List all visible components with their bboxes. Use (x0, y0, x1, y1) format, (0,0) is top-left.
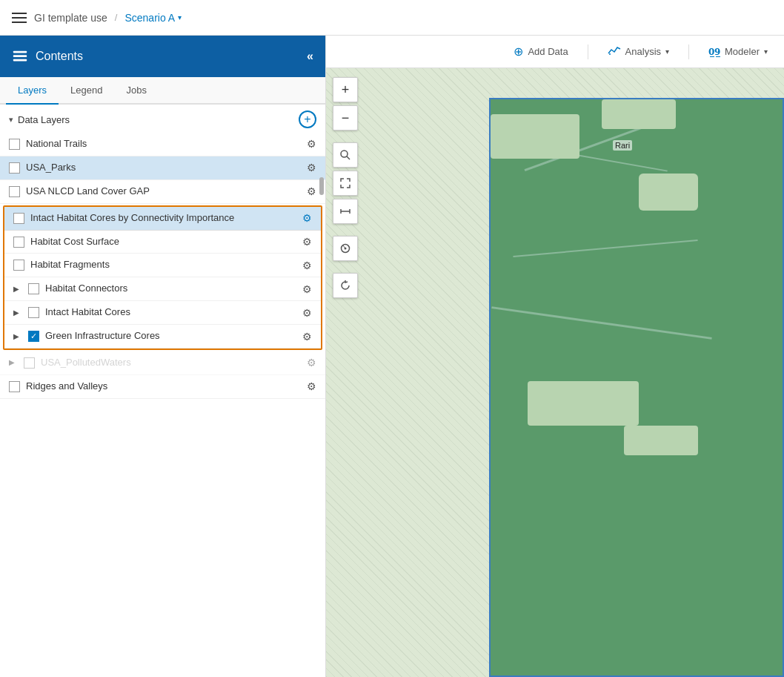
breadcrumb-sep: / (115, 12, 118, 23)
usa-polluted-expand-arrow[interactable]: ▶ (9, 358, 18, 367)
layer-item-ridges-valleys[interactable]: Ridges and Valleys ⚙ (0, 375, 325, 399)
svg-rect-2 (13, 59, 27, 62)
layer-checkbox-intact-habitat-cores2[interactable] (28, 307, 39, 318)
layer-name-intact-habitat-cores2: Intact Habitat Cores (45, 306, 296, 319)
measure-button[interactable] (333, 199, 358, 224)
map-clearing-2 (602, 99, 676, 129)
top-bar: GI template use / Scenario A ▾ (0, 0, 784, 36)
layer-name-ridges-valleys: Ridges and Valleys (26, 380, 301, 393)
layer-name-national-trails: National Trails (26, 138, 301, 151)
layers-stack-icon (12, 48, 28, 65)
contents-label: Contents (36, 50, 83, 63)
map-clearing-1 (491, 114, 579, 159)
tab-jobs[interactable]: Jobs (114, 77, 158, 105)
layer-settings-green-infra-cores[interactable]: ⚙ (302, 331, 312, 343)
scenario-dropdown[interactable]: Scenario A ▾ (124, 12, 182, 24)
layer-item-intact-habitat-cores[interactable]: Intact Habitat Cores by Connectivity Imp… (4, 207, 321, 231)
layer-checkbox-habitat-fragments[interactable] (13, 260, 24, 271)
zoom-in-button[interactable]: + (333, 77, 358, 102)
search-map-button[interactable] (333, 142, 358, 168)
layer-settings-national-trails[interactable]: ⚙ (307, 138, 316, 150)
map-clearing-4 (528, 381, 639, 426)
layer-settings-habitat-fragments[interactable]: ⚙ (302, 260, 312, 271)
layer-settings-usa-parks[interactable]: ⚙ (307, 162, 316, 174)
add-data-button[interactable]: ⊕ Add Data (509, 42, 572, 62)
analysis-icon (608, 44, 621, 59)
main-layout: Contents « Layers Legend Jobs ▾ Data Lay… (0, 36, 784, 677)
svg-rect-1 (13, 55, 27, 57)
modeler-icon: 0̲9̲ (708, 47, 720, 57)
contents-header: Contents « (0, 36, 325, 77)
map-controls: + − (326, 68, 365, 677)
zoom-out-button[interactable]: − (333, 105, 358, 131)
layer-checkbox-habitat-connectors[interactable] (28, 283, 39, 294)
refresh-button[interactable] (333, 273, 358, 298)
layer-name-intact-habitat-cores: Intact Habitat Cores by Connectivity Imp… (30, 212, 296, 225)
svg-line-11 (343, 245, 345, 248)
layer-settings-usa-nlcd[interactable]: ⚙ (307, 185, 316, 197)
data-layers-expand-arrow[interactable]: ▾ (9, 115, 13, 125)
layer-item-usa-polluted-waters[interactable]: ▶ USA_PollutedWaters ⚙ (0, 351, 325, 375)
layer-checkbox-usa-parks[interactable] (9, 162, 20, 174)
layer-item-green-infra-cores[interactable]: ▶ ✓ Green Infrastructure Cores ⚙ (4, 325, 321, 349)
layer-item-usa-parks[interactable]: USA_Parks ⚙ (0, 156, 325, 180)
add-data-icon: ⊕ (514, 44, 523, 59)
layer-checkbox-ridges-valleys[interactable] (9, 381, 20, 392)
layer-checkbox-intact-habitat-cores[interactable] (13, 213, 24, 224)
layer-settings-intact-habitat-cores2[interactable]: ⚙ (302, 307, 312, 319)
modeler-button[interactable]: 0̲9̲ Modeler ▾ (704, 43, 772, 60)
collapse-sidebar-button[interactable]: « (307, 50, 313, 63)
layer-settings-intact-habitat-cores[interactable]: ⚙ (302, 212, 312, 224)
toolbar-separator-1 (588, 44, 588, 59)
map-area: ⊕ Add Data Analysis ▾ 0̲9̲ Modeler ▾ (326, 36, 784, 677)
map-toolbar: ⊕ Add Data Analysis ▾ 0̲9̲ Modeler ▾ (326, 36, 784, 68)
layer-name-usa-polluted-waters: USA_PollutedWaters (41, 357, 301, 369)
map-clearing-3 (639, 174, 698, 211)
toolbar-separator-2 (688, 44, 689, 59)
habitat-connectors-expand-arrow[interactable]: ▶ (13, 285, 22, 294)
map-inner-area: Rari (489, 98, 784, 677)
map-container[interactable]: Rari + − (326, 68, 784, 677)
layer-item-intact-habitat-cores2[interactable]: ▶ Intact Habitat Cores ⚙ (4, 301, 321, 325)
svg-point-4 (341, 151, 348, 157)
layer-item-habitat-cost[interactable]: Habitat Cost Surface ⚙ (4, 231, 321, 254)
analysis-button[interactable]: Analysis ▾ (603, 42, 674, 62)
orange-selection-group: Intact Habitat Cores by Connectivity Imp… (3, 205, 322, 350)
speed-button[interactable] (333, 236, 358, 261)
contents-title: Contents (12, 48, 83, 65)
hamburger-menu[interactable] (12, 13, 27, 23)
tab-legend[interactable]: Legend (59, 77, 114, 105)
layers-panel: ▾ Data Layers + National Trails ⚙ USA_Pa… (0, 105, 325, 677)
layer-checkbox-green-infra-cores[interactable]: ✓ (28, 331, 39, 342)
add-layer-button[interactable]: + (299, 110, 316, 128)
tab-layers[interactable]: Layers (6, 77, 59, 105)
layer-item-usa-nlcd[interactable]: USA NLCD Land Cover GAP ⚙ (0, 180, 325, 204)
layer-name-usa-nlcd: USA NLCD Land Cover GAP (26, 185, 301, 198)
layer-name-habitat-connectors: Habitat Connectors (45, 283, 296, 295)
layer-settings-habitat-cost[interactable]: ⚙ (302, 236, 312, 248)
layer-checkbox-usa-polluted-waters[interactable] (24, 357, 35, 369)
green-infra-cores-expand-arrow[interactable]: ▶ (13, 332, 22, 341)
data-layers-label: Data Layers (18, 114, 70, 125)
map-city-label: Rari (613, 140, 632, 151)
layer-checkbox-usa-nlcd[interactable] (9, 186, 20, 197)
layer-item-habitat-fragments[interactable]: Habitat Fragments ⚙ (4, 254, 321, 277)
layer-checkbox-national-trails[interactable] (9, 139, 20, 150)
layer-checkbox-habitat-cost[interactable] (13, 237, 24, 248)
app-title: GI template use (34, 12, 107, 24)
tabs-bar: Layers Legend Jobs (0, 77, 325, 105)
layer-settings-usa-polluted-waters[interactable]: ⚙ (307, 357, 316, 369)
layer-name-usa-parks: USA_Parks (26, 162, 301, 174)
svg-line-5 (347, 156, 350, 159)
layer-item-habitat-connectors[interactable]: ▶ Habitat Connectors ⚙ (4, 277, 321, 301)
layer-settings-habitat-connectors[interactable]: ⚙ (302, 283, 312, 295)
zoom-extent-button[interactable] (333, 171, 358, 196)
layer-item-national-trails[interactable]: National Trails ⚙ (0, 133, 325, 156)
layer-name-habitat-fragments: Habitat Fragments (30, 259, 296, 271)
layer-settings-ridges-valleys[interactable]: ⚙ (307, 380, 316, 392)
svg-rect-0 (13, 51, 27, 53)
map-clearing-5 (624, 426, 698, 455)
layer-name-habitat-cost: Habitat Cost Surface (30, 236, 296, 248)
layer-name-green-infra-cores: Green Infrastructure Cores (45, 330, 296, 343)
intact-habitat-cores2-expand-arrow[interactable]: ▶ (13, 308, 22, 317)
